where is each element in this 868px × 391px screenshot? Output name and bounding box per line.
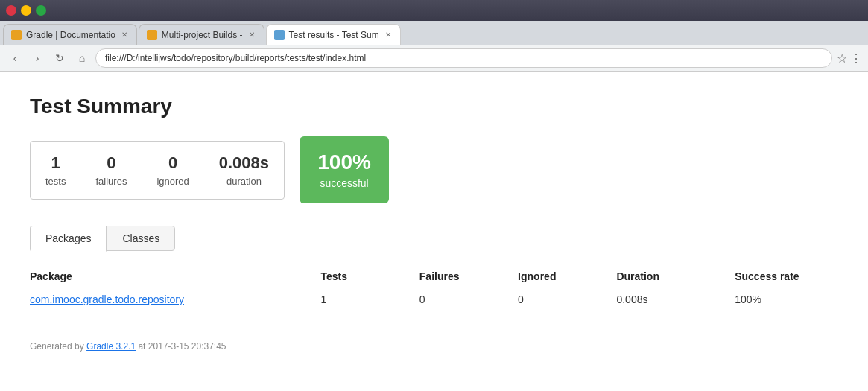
browser-toolbar: ☆ ⋮ [837,51,862,66]
cell-failures: 0 [405,287,503,312]
tests-label: tests [45,176,66,187]
tab-test-results[interactable]: Test results - Test Sum ✕ [266,24,401,45]
success-badge: 100% successful [300,136,389,203]
duration-value: 0.008s [219,153,269,173]
footer-suffix: at 2017-3-15 20:37:45 [136,341,226,352]
tab-close-icon[interactable]: ✕ [384,31,393,39]
footer-prefix: Generated by [30,341,86,352]
cell-package[interactable]: com.imooc.gradle.todo.repository [30,287,305,312]
tab-bar: Gradle | Documentatio ✕ Multi-project Bu… [0,21,868,45]
tab-navigation: Packages Classes [30,226,838,251]
gradle-link[interactable]: Gradle 3.2.1 [86,341,136,352]
stat-duration: 0.008s duration [219,153,269,187]
bookmark-icon[interactable]: ☆ [837,51,847,66]
tab-classes[interactable]: Classes [107,226,175,251]
summary-row: 1 tests 0 failures 0 ignored 0.008s dura… [30,136,838,203]
success-percentage: 100% [317,150,371,174]
stat-failures: 0 failures [95,153,127,187]
ignored-label: ignored [156,176,189,187]
stats-box: 1 tests 0 failures 0 ignored 0.008s dura… [30,141,285,200]
maximize-icon[interactable] [36,5,46,16]
results-table: Package Tests Failures Ignored Duration … [30,266,838,311]
extensions-icon[interactable]: ⋮ [850,51,862,66]
address-bar-row: ‹ › ↻ ⌂ ☆ ⋮ [0,45,868,71]
tab-label: Test results - Test Sum [289,30,379,40]
page-title: Test Summary [30,95,838,118]
address-input[interactable] [95,48,832,68]
tab-label: Multi-project Builds - [162,30,243,40]
tab-close-icon[interactable]: ✕ [120,31,129,39]
failures-value: 0 [107,153,115,173]
tab-label: Gradle | Documentatio [26,30,115,40]
tab-favicon [274,30,285,40]
col-header-failures: Failures [405,266,503,287]
table-row: com.imooc.gradle.todo.repository 1 0 0 0… [30,287,838,312]
tab-gradle-doc[interactable]: Gradle | Documentatio ✕ [3,24,137,45]
col-header-duration: Duration [601,266,720,287]
col-header-tests: Tests [305,266,404,287]
home-button[interactable]: ⌂ [73,49,91,67]
col-header-ignored: Ignored [503,266,601,287]
cell-duration: 0.008s [601,287,720,312]
close-icon[interactable] [6,5,16,16]
tests-value: 1 [51,153,60,173]
forward-button[interactable]: › [28,49,46,67]
ignored-value: 0 [168,153,177,173]
tab-close-icon[interactable]: ✕ [247,31,256,39]
col-header-package: Package [30,266,305,287]
table-header-row: Package Tests Failures Ignored Duration … [30,266,838,287]
page-content: Test Summary 1 tests 0 failures 0 ignore… [0,72,868,391]
failures-label: failures [95,176,127,187]
stat-tests: 1 tests [45,153,66,187]
title-bar [0,0,868,21]
cell-tests: 1 [305,287,404,312]
window-controls [6,5,46,16]
success-label: successful [320,177,368,189]
minimize-icon[interactable] [21,5,31,16]
stat-ignored: 0 ignored [156,153,189,187]
refresh-button[interactable]: ↻ [51,49,69,67]
back-button[interactable]: ‹ [6,49,24,67]
tab-favicon [11,30,22,40]
col-header-success-rate: Success rate [720,266,838,287]
duration-label: duration [226,176,262,187]
cell-ignored: 0 [503,287,601,312]
browser-chrome: Gradle | Documentatio ✕ Multi-project Bu… [0,0,868,72]
cell-success-rate: 100% [720,287,838,312]
tab-packages[interactable]: Packages [30,226,107,252]
tab-favicon [147,30,157,40]
tab-multi-project[interactable]: Multi-project Builds - ✕ [139,24,264,45]
page-footer: Generated by Gradle 3.2.1 at 2017-3-15 2… [30,341,838,352]
